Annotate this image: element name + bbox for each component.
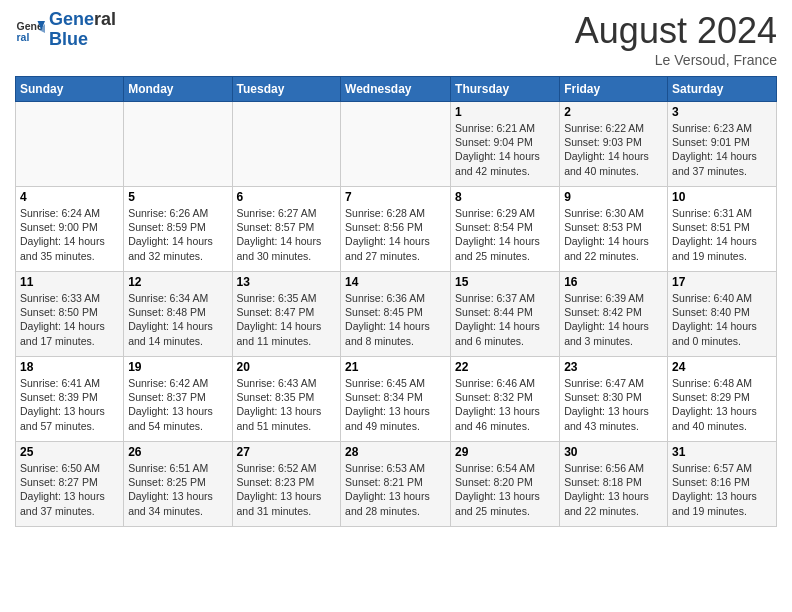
day-number: 18 (20, 360, 119, 374)
calendar-cell: 19Sunrise: 6:42 AM Sunset: 8:37 PM Dayli… (124, 357, 232, 442)
header-sunday: Sunday (16, 77, 124, 102)
day-number: 9 (564, 190, 663, 204)
calendar-cell: 23Sunrise: 6:47 AM Sunset: 8:30 PM Dayli… (560, 357, 668, 442)
calendar-table: SundayMondayTuesdayWednesdayThursdayFrid… (15, 76, 777, 527)
day-number: 6 (237, 190, 337, 204)
page-header: Gene ral GeneralBlue August 2024 Le Vers… (15, 10, 777, 68)
day-number: 5 (128, 190, 227, 204)
day-info: Sunrise: 6:42 AM Sunset: 8:37 PM Dayligh… (128, 376, 227, 433)
calendar-cell: 21Sunrise: 6:45 AM Sunset: 8:34 PM Dayli… (341, 357, 451, 442)
calendar-cell: 20Sunrise: 6:43 AM Sunset: 8:35 PM Dayli… (232, 357, 341, 442)
day-number: 16 (564, 275, 663, 289)
day-number: 27 (237, 445, 337, 459)
calendar-cell: 10Sunrise: 6:31 AM Sunset: 8:51 PM Dayli… (668, 187, 777, 272)
day-info: Sunrise: 6:35 AM Sunset: 8:47 PM Dayligh… (237, 291, 337, 348)
day-number: 15 (455, 275, 555, 289)
calendar-cell (16, 102, 124, 187)
calendar-cell: 16Sunrise: 6:39 AM Sunset: 8:42 PM Dayli… (560, 272, 668, 357)
day-info: Sunrise: 6:26 AM Sunset: 8:59 PM Dayligh… (128, 206, 227, 263)
day-number: 23 (564, 360, 663, 374)
day-info: Sunrise: 6:50 AM Sunset: 8:27 PM Dayligh… (20, 461, 119, 518)
day-number: 7 (345, 190, 446, 204)
calendar-week-2: 4Sunrise: 6:24 AM Sunset: 9:00 PM Daylig… (16, 187, 777, 272)
day-number: 13 (237, 275, 337, 289)
day-info: Sunrise: 6:36 AM Sunset: 8:45 PM Dayligh… (345, 291, 446, 348)
day-info: Sunrise: 6:24 AM Sunset: 9:00 PM Dayligh… (20, 206, 119, 263)
day-number: 28 (345, 445, 446, 459)
calendar-cell: 6Sunrise: 6:27 AM Sunset: 8:57 PM Daylig… (232, 187, 341, 272)
calendar-cell: 7Sunrise: 6:28 AM Sunset: 8:56 PM Daylig… (341, 187, 451, 272)
day-number: 30 (564, 445, 663, 459)
calendar-cell: 27Sunrise: 6:52 AM Sunset: 8:23 PM Dayli… (232, 442, 341, 527)
calendar-cell: 11Sunrise: 6:33 AM Sunset: 8:50 PM Dayli… (16, 272, 124, 357)
day-info: Sunrise: 6:22 AM Sunset: 9:03 PM Dayligh… (564, 121, 663, 178)
month-title: August 2024 (575, 10, 777, 52)
day-info: Sunrise: 6:33 AM Sunset: 8:50 PM Dayligh… (20, 291, 119, 348)
day-info: Sunrise: 6:43 AM Sunset: 8:35 PM Dayligh… (237, 376, 337, 433)
day-info: Sunrise: 6:56 AM Sunset: 8:18 PM Dayligh… (564, 461, 663, 518)
day-number: 1 (455, 105, 555, 119)
day-info: Sunrise: 6:37 AM Sunset: 8:44 PM Dayligh… (455, 291, 555, 348)
day-info: Sunrise: 6:21 AM Sunset: 9:04 PM Dayligh… (455, 121, 555, 178)
day-number: 11 (20, 275, 119, 289)
day-number: 10 (672, 190, 772, 204)
day-info: Sunrise: 6:39 AM Sunset: 8:42 PM Dayligh… (564, 291, 663, 348)
calendar-cell: 29Sunrise: 6:54 AM Sunset: 8:20 PM Dayli… (451, 442, 560, 527)
calendar-cell: 15Sunrise: 6:37 AM Sunset: 8:44 PM Dayli… (451, 272, 560, 357)
day-info: Sunrise: 6:48 AM Sunset: 8:29 PM Dayligh… (672, 376, 772, 433)
calendar-cell: 24Sunrise: 6:48 AM Sunset: 8:29 PM Dayli… (668, 357, 777, 442)
day-number: 26 (128, 445, 227, 459)
day-info: Sunrise: 6:46 AM Sunset: 8:32 PM Dayligh… (455, 376, 555, 433)
header-wednesday: Wednesday (341, 77, 451, 102)
calendar-cell: 2Sunrise: 6:22 AM Sunset: 9:03 PM Daylig… (560, 102, 668, 187)
day-number: 19 (128, 360, 227, 374)
calendar-cell (232, 102, 341, 187)
calendar-cell: 4Sunrise: 6:24 AM Sunset: 9:00 PM Daylig… (16, 187, 124, 272)
day-info: Sunrise: 6:27 AM Sunset: 8:57 PM Dayligh… (237, 206, 337, 263)
day-info: Sunrise: 6:52 AM Sunset: 8:23 PM Dayligh… (237, 461, 337, 518)
day-number: 14 (345, 275, 446, 289)
calendar-cell: 3Sunrise: 6:23 AM Sunset: 9:01 PM Daylig… (668, 102, 777, 187)
calendar-cell: 14Sunrise: 6:36 AM Sunset: 8:45 PM Dayli… (341, 272, 451, 357)
calendar-cell: 25Sunrise: 6:50 AM Sunset: 8:27 PM Dayli… (16, 442, 124, 527)
day-number: 8 (455, 190, 555, 204)
calendar-cell: 28Sunrise: 6:53 AM Sunset: 8:21 PM Dayli… (341, 442, 451, 527)
header-monday: Monday (124, 77, 232, 102)
day-number: 17 (672, 275, 772, 289)
calendar-cell: 18Sunrise: 6:41 AM Sunset: 8:39 PM Dayli… (16, 357, 124, 442)
day-info: Sunrise: 6:31 AM Sunset: 8:51 PM Dayligh… (672, 206, 772, 263)
calendar-cell: 9Sunrise: 6:30 AM Sunset: 8:53 PM Daylig… (560, 187, 668, 272)
day-number: 31 (672, 445, 772, 459)
header-friday: Friday (560, 77, 668, 102)
calendar-cell (341, 102, 451, 187)
logo: Gene ral GeneralBlue (15, 10, 116, 50)
day-number: 21 (345, 360, 446, 374)
header-thursday: Thursday (451, 77, 560, 102)
calendar-cell (124, 102, 232, 187)
day-info: Sunrise: 6:29 AM Sunset: 8:54 PM Dayligh… (455, 206, 555, 263)
logo-text: GeneralBlue (49, 10, 116, 50)
day-info: Sunrise: 6:34 AM Sunset: 8:48 PM Dayligh… (128, 291, 227, 348)
logo-icon: Gene ral (15, 15, 45, 45)
location: Le Versoud, France (575, 52, 777, 68)
day-info: Sunrise: 6:47 AM Sunset: 8:30 PM Dayligh… (564, 376, 663, 433)
day-number: 12 (128, 275, 227, 289)
calendar-week-3: 11Sunrise: 6:33 AM Sunset: 8:50 PM Dayli… (16, 272, 777, 357)
calendar-cell: 5Sunrise: 6:26 AM Sunset: 8:59 PM Daylig… (124, 187, 232, 272)
calendar-cell: 22Sunrise: 6:46 AM Sunset: 8:32 PM Dayli… (451, 357, 560, 442)
header-saturday: Saturday (668, 77, 777, 102)
calendar-cell: 17Sunrise: 6:40 AM Sunset: 8:40 PM Dayli… (668, 272, 777, 357)
day-info: Sunrise: 6:30 AM Sunset: 8:53 PM Dayligh… (564, 206, 663, 263)
calendar-cell: 8Sunrise: 6:29 AM Sunset: 8:54 PM Daylig… (451, 187, 560, 272)
calendar-cell: 13Sunrise: 6:35 AM Sunset: 8:47 PM Dayli… (232, 272, 341, 357)
day-info: Sunrise: 6:41 AM Sunset: 8:39 PM Dayligh… (20, 376, 119, 433)
day-number: 25 (20, 445, 119, 459)
day-info: Sunrise: 6:40 AM Sunset: 8:40 PM Dayligh… (672, 291, 772, 348)
calendar-cell: 30Sunrise: 6:56 AM Sunset: 8:18 PM Dayli… (560, 442, 668, 527)
calendar-week-4: 18Sunrise: 6:41 AM Sunset: 8:39 PM Dayli… (16, 357, 777, 442)
calendar-cell: 31Sunrise: 6:57 AM Sunset: 8:16 PM Dayli… (668, 442, 777, 527)
svg-text:ral: ral (17, 30, 30, 42)
day-info: Sunrise: 6:28 AM Sunset: 8:56 PM Dayligh… (345, 206, 446, 263)
day-info: Sunrise: 6:51 AM Sunset: 8:25 PM Dayligh… (128, 461, 227, 518)
calendar-cell: 26Sunrise: 6:51 AM Sunset: 8:25 PM Dayli… (124, 442, 232, 527)
